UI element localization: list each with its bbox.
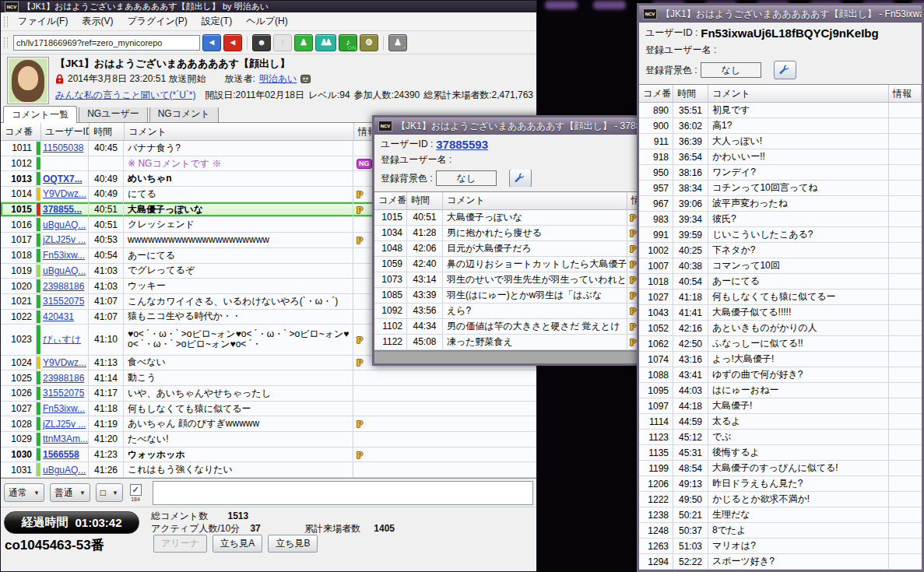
comment-row[interactable]: 1031uBguAQ...41:26これはもう強くなりたい <box>1 462 536 478</box>
user-comment-row[interactable]: 129452:22スポーツ好き? <box>639 554 922 570</box>
user-id-link[interactable]: 37885593 <box>436 139 488 150</box>
user-comment-row[interactable]: 110244:34男の価値は竿の大きさと硬さだ 覚えとけP <box>374 319 640 335</box>
user-comment-row[interactable]: 100740:38コマンって10回 <box>639 258 922 274</box>
column-header-0[interactable]: コメ番 <box>374 192 407 209</box>
user-comment-row[interactable]: 126351:03マリオは? <box>639 539 922 554</box>
user-comment-row[interactable]: 90036:02高1? <box>639 118 922 134</box>
background-color-value[interactable]: なし <box>436 170 497 186</box>
column-header-1[interactable]: 時間 <box>673 85 708 102</box>
settings-wrench-button[interactable] <box>509 170 532 187</box>
user-comment-row[interactable]: 122249:50かじるとか欲求不満か! <box>639 492 922 507</box>
comment-row[interactable]: 1028jZLJ25v ...41:19あいちゃん 顔のびすぎwwwwwP <box>1 416 536 432</box>
comment-row[interactable]: 10263155207541:17いや、あいちゃんやせちゃったし <box>1 386 536 402</box>
menu-item-3[interactable]: 設定(T) <box>195 13 239 30</box>
user-id-link[interactable]: jZLJ25v ... <box>43 234 86 245</box>
user-id-link[interactable]: 420431 <box>43 311 74 322</box>
user-comment-row[interactable]: 95038:16ワンデイ? <box>639 165 922 181</box>
user-id-link[interactable]: 378855... <box>43 204 82 215</box>
settings-wrench-button[interactable] <box>774 61 796 79</box>
user-comment-row[interactable]: 101540:51大島優子っぽいなP <box>374 210 640 226</box>
alert-icon[interactable]: ☻ <box>252 34 271 51</box>
user-comment-row[interactable]: 108543:39羽生(はにゅー)とかw羽生は「はぶなP <box>374 288 640 304</box>
settings-icon[interactable]: ⚙ <box>360 34 378 51</box>
column-header-1[interactable]: ユーザーID <box>41 123 90 140</box>
user-comment-row[interactable]: 112245:08凍った野菜食えP <box>374 335 640 350</box>
comment-row[interactable]: 10252398818641:14動こう <box>1 370 536 386</box>
user-id-link[interactable]: 1566558 <box>43 449 79 460</box>
user-comment-row[interactable]: 91136:39大人っぽい! <box>639 134 922 149</box>
user-id-link[interactable]: 23988186 <box>43 373 84 384</box>
user-comment-row[interactable]: 123850:21生理だな <box>639 507 922 523</box>
comment-color-dropdown[interactable]: □ ▼ <box>96 483 123 502</box>
broadcast-url-input[interactable] <box>13 35 200 51</box>
user-comment-row[interactable]: 108843:41ゆずの曲で何が好き? <box>639 367 922 383</box>
user-window-titlebar[interactable]: NCV 【JK1】おはようございまあああああす【顔出し】 - Fn53ixwaU… <box>639 5 922 23</box>
user-id-link[interactable]: uBguAQ... <box>43 265 86 276</box>
main-titlebar[interactable]: NCV 【JK1】おはようございまあああああす【顔出し】 by 明治あい <box>1 1 536 12</box>
column-header-2[interactable]: コメント <box>443 192 627 209</box>
seat-button-1[interactable]: 立ち見A <box>213 535 262 553</box>
column-header-0[interactable]: コメ番 <box>639 85 673 102</box>
disconnect-icon[interactable]: ◄ <box>223 34 242 51</box>
user-id-link[interactable]: Fn53ixw... <box>43 403 85 414</box>
comment-row[interactable]: 1027Fn53ixw...41:18何もしなくても猿に似てるー <box>1 402 536 417</box>
seat-button-2[interactable]: 立ち見B <box>268 535 318 553</box>
user-comment-row[interactable]: 100240:25下ネタか? <box>639 243 922 258</box>
column-header-3[interactable]: 情報 <box>889 85 922 102</box>
user-comment-row[interactable]: 89035:51初見です <box>639 103 922 118</box>
background-color-value[interactable]: なし <box>701 62 761 78</box>
user-id-link[interactable]: ttnM3Am... <box>43 433 88 444</box>
user-comment-row[interactable]: 104842:06目元が大島優子だろP <box>374 241 640 257</box>
user-comment-row[interactable]: 99139:59じいこういしたこある? <box>639 227 922 243</box>
user-comment-row[interactable]: 109744:18大島優子! <box>639 398 922 414</box>
column-header-3[interactable]: コメント <box>125 123 354 140</box>
comment-row[interactable]: 1030156655841:23ウォッホッホP <box>1 447 536 463</box>
comment-row[interactable]: 1029ttnM3Am...41:20たべない! <box>1 432 536 447</box>
comment-size-dropdown[interactable]: 普通 ▼ <box>50 483 90 502</box>
user-id-link[interactable]: 11505038 <box>43 142 84 153</box>
user-comment-row[interactable]: 124850:378でたよ <box>639 523 922 539</box>
menu-item-1[interactable]: 表示(V) <box>75 13 120 30</box>
user-comment-row[interactable]: 91836:54かわいいー!! <box>639 149 922 165</box>
column-header-1[interactable]: 時間 <box>407 192 443 209</box>
user-id-link[interactable]: jZLJ25v ... <box>43 419 86 430</box>
broadcast-description-link[interactable]: みんな私の言うこと聞いて(*´U`*) <box>55 87 196 104</box>
user-comment-row[interactable]: 111444:59太るよ <box>639 414 922 430</box>
column-header-2[interactable]: 時間 <box>90 123 125 140</box>
sound-on-icon[interactable]: ♪ON <box>339 34 357 51</box>
user-id-link[interactable]: 23988186 <box>43 281 84 292</box>
user-icon[interactable]: ♟ <box>294 34 313 51</box>
toolbar-grip[interactable] <box>4 16 8 27</box>
user-comment-row[interactable]: 120649:13昨日ドラえもん見た? <box>639 476 922 492</box>
toolbar-grip[interactable] <box>4 37 8 48</box>
user-comment-row[interactable]: 101840:54あーにてる <box>639 274 922 290</box>
user-id-link[interactable]: uBguAQ... <box>43 219 86 230</box>
user-comment-row[interactable]: 102741:18何もしなくても猿に似てるー <box>639 290 922 305</box>
user-comment-row[interactable]: 95738:34コチンって10回言ってね <box>639 181 922 196</box>
broadcaster-link[interactable]: 明治あい <box>259 71 297 87</box>
tab-0[interactable]: コメント一覧 <box>3 106 77 123</box>
tab-1[interactable]: NGユーザー <box>79 106 148 122</box>
user-comment-row[interactable]: 112345:12でぶ <box>639 430 922 445</box>
user-comment-row[interactable]: 105242:16あといきものがかりの人 <box>639 321 922 336</box>
connect-icon[interactable]: ◄ <box>202 34 221 51</box>
user-comment-row[interactable]: 103441:28男に抱かれたら痩せるP <box>374 226 640 241</box>
user-id-link[interactable]: ぴぃすけ <box>43 333 81 346</box>
user-comment-row[interactable]: 105942:40鼻の辺りおショートカットしたら大島優子だwP <box>374 257 640 272</box>
user-id-link[interactable]: 31552075 <box>43 296 84 307</box>
user-comment-row[interactable]: 107443:16よっ!大島優子! <box>639 352 922 367</box>
anonymous-184-checkbox[interactable]: ✓ 184 <box>128 484 142 502</box>
menu-item-2[interactable]: プラグイン(P) <box>120 13 194 30</box>
user-comment-row[interactable]: 119948:54大島優子のすっぴんに似てる! <box>639 461 922 476</box>
user-comment-row[interactable]: 96739:06波平声変わったね <box>639 196 922 212</box>
user-window-titlebar[interactable]: NCV 【JK1】おはようございまあああああす【顔出し】 - 37885593 <box>374 118 640 135</box>
user-comment-row[interactable]: 106242:50ふなっしーに似てる!! <box>639 336 922 352</box>
user-id-link[interactable]: Fn53ixw... <box>43 250 85 261</box>
user-comment-row[interactable]: 98339:34彼氏? <box>639 212 922 227</box>
comment-mode-dropdown[interactable]: 通常 ▼ <box>4 483 44 502</box>
users-icon[interactable]: ♟♟ <box>315 34 336 51</box>
tab-2[interactable]: NGコメント <box>149 106 219 122</box>
user-comment-row[interactable]: 107343:14羽生のせいで羽生先生が羽生っていわれとるP <box>374 272 640 288</box>
user-id-link[interactable]: uBguAQ... <box>43 465 86 475</box>
user-id-link[interactable]: Y9VDwz... <box>43 357 86 368</box>
